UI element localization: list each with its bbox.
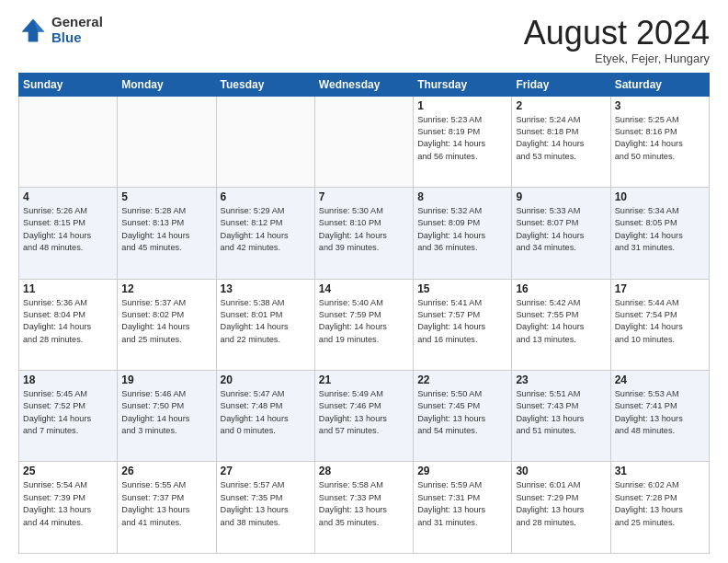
calendar-day-cell — [19, 96, 118, 187]
calendar-day-cell: 21Sunrise: 5:49 AMSunset: 7:46 PMDayligh… — [314, 371, 413, 462]
calendar-day-cell: 7Sunrise: 5:30 AMSunset: 8:10 PMDaylight… — [314, 188, 413, 279]
day-info: Sunrise: 6:02 AMSunset: 7:28 PMDaylight:… — [615, 479, 705, 528]
calendar-week-row: 1Sunrise: 5:23 AMSunset: 8:19 PMDaylight… — [19, 96, 710, 187]
day-number: 29 — [417, 465, 507, 477]
calendar-day-cell: 30Sunrise: 6:01 AMSunset: 7:29 PMDayligh… — [512, 462, 610, 554]
day-header-thursday: Thursday — [414, 73, 512, 96]
day-info: Sunrise: 6:01 AMSunset: 7:29 PMDaylight:… — [516, 479, 606, 528]
day-info: Sunrise: 5:57 AMSunset: 7:35 PMDaylight:… — [221, 479, 311, 528]
day-info: Sunrise: 5:25 AMSunset: 8:16 PMDaylight:… — [615, 114, 705, 163]
logo-text: General Blue — [51, 15, 103, 45]
calendar-day-cell: 27Sunrise: 5:57 AMSunset: 7:35 PMDayligh… — [216, 462, 314, 554]
header: General Blue August 2024 Etyek, Fejer, H… — [18, 15, 710, 65]
day-header-monday: Monday — [118, 73, 216, 96]
day-info: Sunrise: 5:45 AMSunset: 7:52 PMDaylight:… — [23, 388, 113, 437]
day-info: Sunrise: 5:28 AMSunset: 8:13 PMDaylight:… — [121, 205, 211, 254]
calendar-day-cell: 29Sunrise: 5:59 AMSunset: 7:31 PMDayligh… — [414, 462, 512, 554]
logo-icon — [18, 16, 48, 45]
logo-blue-text: Blue — [51, 30, 103, 46]
calendar-day-cell: 14Sunrise: 5:40 AMSunset: 7:59 PMDayligh… — [314, 279, 413, 370]
calendar-day-cell: 26Sunrise: 5:55 AMSunset: 7:37 PMDayligh… — [118, 462, 216, 554]
location: Etyek, Fejer, Hungary — [524, 52, 710, 65]
day-info: Sunrise: 5:30 AMSunset: 8:10 PMDaylight:… — [319, 205, 409, 254]
day-number: 20 — [221, 373, 311, 386]
calendar-day-cell — [216, 96, 314, 187]
day-number: 19 — [121, 373, 211, 386]
day-header-sunday: Sunday — [19, 73, 118, 96]
day-number: 14 — [319, 282, 409, 295]
calendar-day-cell: 11Sunrise: 5:36 AMSunset: 8:04 PMDayligh… — [19, 279, 118, 370]
calendar-day-cell: 2Sunrise: 5:24 AMSunset: 8:18 PMDaylight… — [512, 96, 610, 187]
day-number: 4 — [23, 190, 113, 203]
day-number: 25 — [23, 465, 113, 477]
day-number: 13 — [221, 282, 311, 295]
day-number: 5 — [121, 190, 211, 203]
calendar-week-row: 25Sunrise: 5:54 AMSunset: 7:39 PMDayligh… — [19, 462, 710, 554]
month-title: August 2024 — [524, 15, 710, 52]
calendar-day-cell: 31Sunrise: 6:02 AMSunset: 7:28 PMDayligh… — [610, 462, 709, 554]
calendar-day-cell: 24Sunrise: 5:53 AMSunset: 7:41 PMDayligh… — [610, 371, 709, 462]
calendar-header-row: SundayMondayTuesdayWednesdayThursdayFrid… — [19, 73, 710, 96]
day-info: Sunrise: 5:40 AMSunset: 7:59 PMDaylight:… — [319, 297, 409, 346]
calendar-day-cell: 1Sunrise: 5:23 AMSunset: 8:19 PMDaylight… — [414, 96, 512, 187]
day-info: Sunrise: 5:34 AMSunset: 8:05 PMDaylight:… — [615, 205, 705, 254]
day-info: Sunrise: 5:32 AMSunset: 8:09 PMDaylight:… — [417, 205, 507, 254]
day-info: Sunrise: 5:26 AMSunset: 8:15 PMDaylight:… — [23, 205, 113, 254]
day-info: Sunrise: 5:33 AMSunset: 8:07 PMDaylight:… — [516, 205, 606, 254]
calendar-day-cell: 5Sunrise: 5:28 AMSunset: 8:13 PMDaylight… — [118, 188, 216, 279]
day-info: Sunrise: 5:58 AMSunset: 7:33 PMDaylight:… — [319, 479, 409, 528]
day-number: 16 — [516, 282, 606, 295]
calendar-day-cell: 16Sunrise: 5:42 AMSunset: 7:55 PMDayligh… — [512, 279, 610, 370]
calendar-day-cell: 17Sunrise: 5:44 AMSunset: 7:54 PMDayligh… — [610, 279, 709, 370]
logo: General Blue — [18, 15, 103, 45]
calendar-week-row: 4Sunrise: 5:26 AMSunset: 8:15 PMDaylight… — [19, 188, 710, 279]
calendar-day-cell: 23Sunrise: 5:51 AMSunset: 7:43 PMDayligh… — [512, 371, 610, 462]
day-number: 9 — [516, 190, 606, 203]
day-info: Sunrise: 5:51 AMSunset: 7:43 PMDaylight:… — [516, 388, 606, 437]
day-number: 23 — [516, 373, 606, 386]
day-number: 22 — [417, 373, 507, 386]
day-info: Sunrise: 5:24 AMSunset: 8:18 PMDaylight:… — [516, 114, 606, 163]
calendar-day-cell: 19Sunrise: 5:46 AMSunset: 7:50 PMDayligh… — [118, 371, 216, 462]
day-number: 15 — [417, 282, 507, 295]
day-header-tuesday: Tuesday — [216, 73, 314, 96]
calendar-day-cell: 28Sunrise: 5:58 AMSunset: 7:33 PMDayligh… — [314, 462, 413, 554]
day-number: 24 — [615, 373, 705, 386]
day-info: Sunrise: 5:54 AMSunset: 7:39 PMDaylight:… — [23, 479, 113, 528]
day-number: 28 — [319, 465, 409, 477]
calendar-day-cell — [314, 96, 413, 187]
calendar-week-row: 18Sunrise: 5:45 AMSunset: 7:52 PMDayligh… — [19, 371, 710, 462]
calendar: SundayMondayTuesdayWednesdayThursdayFrid… — [18, 73, 710, 554]
calendar-day-cell: 10Sunrise: 5:34 AMSunset: 8:05 PMDayligh… — [610, 188, 709, 279]
calendar-day-cell: 25Sunrise: 5:54 AMSunset: 7:39 PMDayligh… — [19, 462, 118, 554]
day-number: 8 — [417, 190, 507, 203]
calendar-day-cell: 12Sunrise: 5:37 AMSunset: 8:02 PMDayligh… — [118, 279, 216, 370]
day-info: Sunrise: 5:59 AMSunset: 7:31 PMDaylight:… — [417, 479, 507, 528]
day-info: Sunrise: 5:29 AMSunset: 8:12 PMDaylight:… — [221, 205, 311, 254]
day-number: 30 — [516, 465, 606, 477]
day-number: 7 — [319, 190, 409, 203]
calendar-day-cell: 6Sunrise: 5:29 AMSunset: 8:12 PMDaylight… — [216, 188, 314, 279]
day-info: Sunrise: 5:44 AMSunset: 7:54 PMDaylight:… — [615, 297, 705, 346]
calendar-day-cell: 22Sunrise: 5:50 AMSunset: 7:45 PMDayligh… — [414, 371, 512, 462]
calendar-day-cell: 9Sunrise: 5:33 AMSunset: 8:07 PMDaylight… — [512, 188, 610, 279]
day-number: 2 — [516, 99, 606, 112]
day-header-friday: Friday — [512, 73, 610, 96]
calendar-day-cell: 13Sunrise: 5:38 AMSunset: 8:01 PMDayligh… — [216, 279, 314, 370]
day-header-wednesday: Wednesday — [314, 73, 413, 96]
day-number: 21 — [319, 373, 409, 386]
day-info: Sunrise: 5:41 AMSunset: 7:57 PMDaylight:… — [417, 297, 507, 346]
day-number: 6 — [221, 190, 311, 203]
page: General Blue August 2024 Etyek, Fejer, H… — [0, 0, 728, 563]
day-info: Sunrise: 5:53 AMSunset: 7:41 PMDaylight:… — [615, 388, 705, 437]
calendar-day-cell: 15Sunrise: 5:41 AMSunset: 7:57 PMDayligh… — [414, 279, 512, 370]
calendar-week-row: 11Sunrise: 5:36 AMSunset: 8:04 PMDayligh… — [19, 279, 710, 370]
day-info: Sunrise: 5:47 AMSunset: 7:48 PMDaylight:… — [221, 388, 311, 437]
day-info: Sunrise: 5:55 AMSunset: 7:37 PMDaylight:… — [121, 479, 211, 528]
day-info: Sunrise: 5:50 AMSunset: 7:45 PMDaylight:… — [417, 388, 507, 437]
calendar-day-cell: 20Sunrise: 5:47 AMSunset: 7:48 PMDayligh… — [216, 371, 314, 462]
day-info: Sunrise: 5:42 AMSunset: 7:55 PMDaylight:… — [516, 297, 606, 346]
calendar-day-cell: 3Sunrise: 5:25 AMSunset: 8:16 PMDaylight… — [610, 96, 709, 187]
day-number: 18 — [23, 373, 113, 386]
day-number: 26 — [121, 465, 211, 477]
